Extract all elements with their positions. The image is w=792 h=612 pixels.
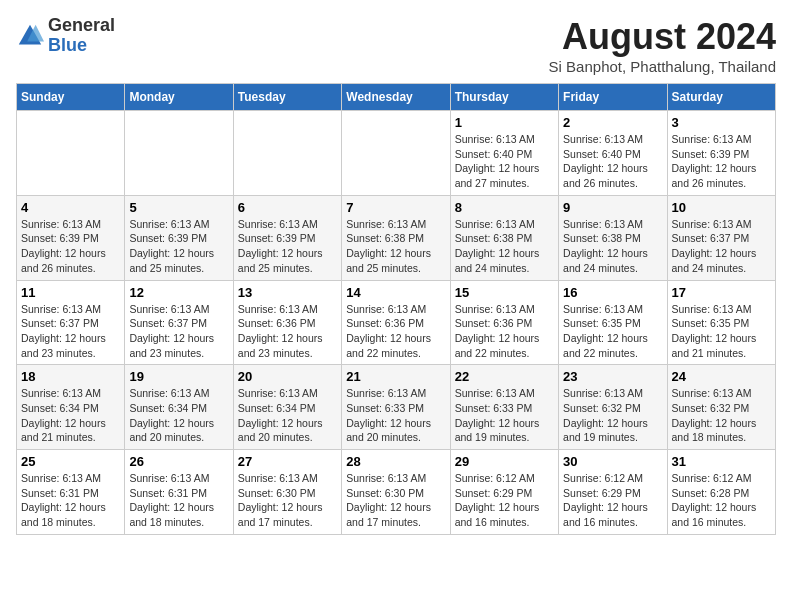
calendar-cell — [17, 111, 125, 196]
calendar-cell: 14Sunrise: 6:13 AM Sunset: 6:36 PM Dayli… — [342, 280, 450, 365]
day-number: 25 — [21, 454, 120, 469]
calendar-week-1: 1Sunrise: 6:13 AM Sunset: 6:40 PM Daylig… — [17, 111, 776, 196]
day-number: 6 — [238, 200, 337, 215]
page-header: General Blue August 2024 Si Banphot, Pha… — [16, 16, 776, 75]
day-number: 5 — [129, 200, 228, 215]
day-number: 7 — [346, 200, 445, 215]
calendar-cell: 4Sunrise: 6:13 AM Sunset: 6:39 PM Daylig… — [17, 195, 125, 280]
month-title: August 2024 — [549, 16, 776, 58]
day-info: Sunrise: 6:13 AM Sunset: 6:36 PM Dayligh… — [455, 302, 554, 361]
day-header-thursday: Thursday — [450, 84, 558, 111]
calendar-cell: 27Sunrise: 6:13 AM Sunset: 6:30 PM Dayli… — [233, 450, 341, 535]
day-number: 30 — [563, 454, 662, 469]
day-number: 17 — [672, 285, 771, 300]
day-info: Sunrise: 6:12 AM Sunset: 6:29 PM Dayligh… — [563, 471, 662, 530]
day-info: Sunrise: 6:13 AM Sunset: 6:39 PM Dayligh… — [129, 217, 228, 276]
day-number: 11 — [21, 285, 120, 300]
day-info: Sunrise: 6:13 AM Sunset: 6:34 PM Dayligh… — [238, 386, 337, 445]
day-info: Sunrise: 6:13 AM Sunset: 6:38 PM Dayligh… — [346, 217, 445, 276]
day-info: Sunrise: 6:13 AM Sunset: 6:33 PM Dayligh… — [346, 386, 445, 445]
day-info: Sunrise: 6:13 AM Sunset: 6:37 PM Dayligh… — [672, 217, 771, 276]
day-info: Sunrise: 6:13 AM Sunset: 6:34 PM Dayligh… — [21, 386, 120, 445]
day-number: 16 — [563, 285, 662, 300]
day-number: 28 — [346, 454, 445, 469]
day-info: Sunrise: 6:13 AM Sunset: 6:32 PM Dayligh… — [563, 386, 662, 445]
day-info: Sunrise: 6:13 AM Sunset: 6:32 PM Dayligh… — [672, 386, 771, 445]
calendar-cell: 18Sunrise: 6:13 AM Sunset: 6:34 PM Dayli… — [17, 365, 125, 450]
day-number: 22 — [455, 369, 554, 384]
day-info: Sunrise: 6:13 AM Sunset: 6:30 PM Dayligh… — [238, 471, 337, 530]
calendar-cell: 10Sunrise: 6:13 AM Sunset: 6:37 PM Dayli… — [667, 195, 775, 280]
calendar-cell: 6Sunrise: 6:13 AM Sunset: 6:39 PM Daylig… — [233, 195, 341, 280]
calendar-cell — [125, 111, 233, 196]
day-info: Sunrise: 6:13 AM Sunset: 6:36 PM Dayligh… — [238, 302, 337, 361]
day-number: 21 — [346, 369, 445, 384]
calendar-cell: 26Sunrise: 6:13 AM Sunset: 6:31 PM Dayli… — [125, 450, 233, 535]
day-info: Sunrise: 6:13 AM Sunset: 6:38 PM Dayligh… — [563, 217, 662, 276]
day-info: Sunrise: 6:13 AM Sunset: 6:31 PM Dayligh… — [129, 471, 228, 530]
day-number: 19 — [129, 369, 228, 384]
logo-icon — [16, 22, 44, 50]
calendar-cell: 17Sunrise: 6:13 AM Sunset: 6:35 PM Dayli… — [667, 280, 775, 365]
day-info: Sunrise: 6:13 AM Sunset: 6:31 PM Dayligh… — [21, 471, 120, 530]
logo-text: General Blue — [48, 16, 115, 56]
day-header-tuesday: Tuesday — [233, 84, 341, 111]
calendar-table: SundayMondayTuesdayWednesdayThursdayFrid… — [16, 83, 776, 535]
day-info: Sunrise: 6:13 AM Sunset: 6:39 PM Dayligh… — [672, 132, 771, 191]
day-number: 9 — [563, 200, 662, 215]
day-info: Sunrise: 6:13 AM Sunset: 6:34 PM Dayligh… — [129, 386, 228, 445]
day-info: Sunrise: 6:13 AM Sunset: 6:35 PM Dayligh… — [563, 302, 662, 361]
calendar-cell: 8Sunrise: 6:13 AM Sunset: 6:38 PM Daylig… — [450, 195, 558, 280]
day-info: Sunrise: 6:13 AM Sunset: 6:40 PM Dayligh… — [563, 132, 662, 191]
day-number: 2 — [563, 115, 662, 130]
day-header-monday: Monday — [125, 84, 233, 111]
calendar-cell: 28Sunrise: 6:13 AM Sunset: 6:30 PM Dayli… — [342, 450, 450, 535]
day-info: Sunrise: 6:13 AM Sunset: 6:39 PM Dayligh… — [238, 217, 337, 276]
calendar-cell: 9Sunrise: 6:13 AM Sunset: 6:38 PM Daylig… — [559, 195, 667, 280]
day-number: 26 — [129, 454, 228, 469]
day-number: 12 — [129, 285, 228, 300]
day-number: 24 — [672, 369, 771, 384]
calendar-cell: 15Sunrise: 6:13 AM Sunset: 6:36 PM Dayli… — [450, 280, 558, 365]
day-number: 27 — [238, 454, 337, 469]
calendar-cell — [342, 111, 450, 196]
day-number: 15 — [455, 285, 554, 300]
calendar-header-row: SundayMondayTuesdayWednesdayThursdayFrid… — [17, 84, 776, 111]
day-info: Sunrise: 6:13 AM Sunset: 6:33 PM Dayligh… — [455, 386, 554, 445]
day-info: Sunrise: 6:12 AM Sunset: 6:28 PM Dayligh… — [672, 471, 771, 530]
day-number: 4 — [21, 200, 120, 215]
day-info: Sunrise: 6:12 AM Sunset: 6:29 PM Dayligh… — [455, 471, 554, 530]
calendar-cell: 16Sunrise: 6:13 AM Sunset: 6:35 PM Dayli… — [559, 280, 667, 365]
subtitle: Si Banphot, Phatthalung, Thailand — [549, 58, 776, 75]
day-info: Sunrise: 6:13 AM Sunset: 6:30 PM Dayligh… — [346, 471, 445, 530]
day-header-sunday: Sunday — [17, 84, 125, 111]
day-number: 10 — [672, 200, 771, 215]
day-info: Sunrise: 6:13 AM Sunset: 6:39 PM Dayligh… — [21, 217, 120, 276]
day-header-saturday: Saturday — [667, 84, 775, 111]
title-block: August 2024 Si Banphot, Phatthalung, Tha… — [549, 16, 776, 75]
calendar-cell: 7Sunrise: 6:13 AM Sunset: 6:38 PM Daylig… — [342, 195, 450, 280]
day-number: 14 — [346, 285, 445, 300]
logo-general: General — [48, 15, 115, 35]
day-header-wednesday: Wednesday — [342, 84, 450, 111]
calendar-cell: 1Sunrise: 6:13 AM Sunset: 6:40 PM Daylig… — [450, 111, 558, 196]
day-number: 18 — [21, 369, 120, 384]
calendar-week-3: 11Sunrise: 6:13 AM Sunset: 6:37 PM Dayli… — [17, 280, 776, 365]
calendar-cell: 24Sunrise: 6:13 AM Sunset: 6:32 PM Dayli… — [667, 365, 775, 450]
day-info: Sunrise: 6:13 AM Sunset: 6:40 PM Dayligh… — [455, 132, 554, 191]
day-header-friday: Friday — [559, 84, 667, 111]
day-number: 1 — [455, 115, 554, 130]
logo: General Blue — [16, 16, 115, 56]
day-number: 8 — [455, 200, 554, 215]
calendar-cell: 19Sunrise: 6:13 AM Sunset: 6:34 PM Dayli… — [125, 365, 233, 450]
calendar-cell: 30Sunrise: 6:12 AM Sunset: 6:29 PM Dayli… — [559, 450, 667, 535]
calendar-cell — [233, 111, 341, 196]
day-number: 31 — [672, 454, 771, 469]
calendar-cell: 13Sunrise: 6:13 AM Sunset: 6:36 PM Dayli… — [233, 280, 341, 365]
calendar-cell: 31Sunrise: 6:12 AM Sunset: 6:28 PM Dayli… — [667, 450, 775, 535]
day-number: 20 — [238, 369, 337, 384]
day-info: Sunrise: 6:13 AM Sunset: 6:37 PM Dayligh… — [129, 302, 228, 361]
day-number: 29 — [455, 454, 554, 469]
calendar-cell: 3Sunrise: 6:13 AM Sunset: 6:39 PM Daylig… — [667, 111, 775, 196]
calendar-cell: 20Sunrise: 6:13 AM Sunset: 6:34 PM Dayli… — [233, 365, 341, 450]
